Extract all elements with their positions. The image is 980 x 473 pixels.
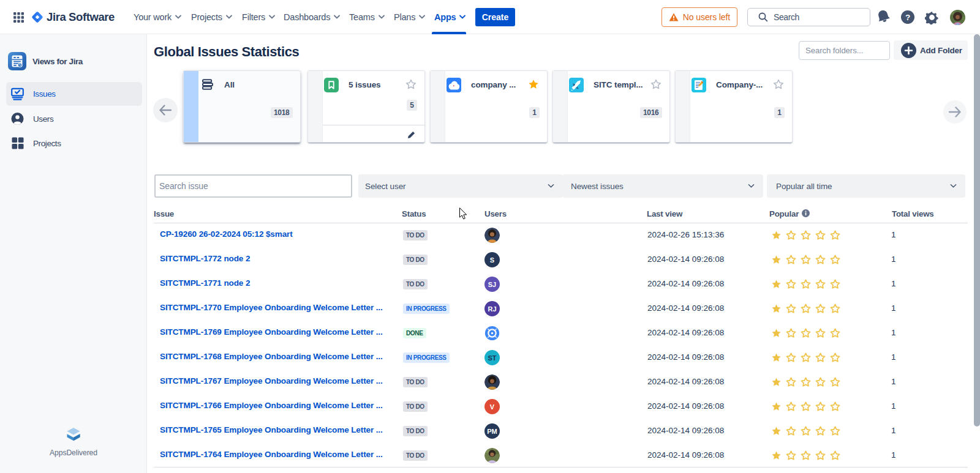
svg-text:?: ? <box>905 13 910 22</box>
